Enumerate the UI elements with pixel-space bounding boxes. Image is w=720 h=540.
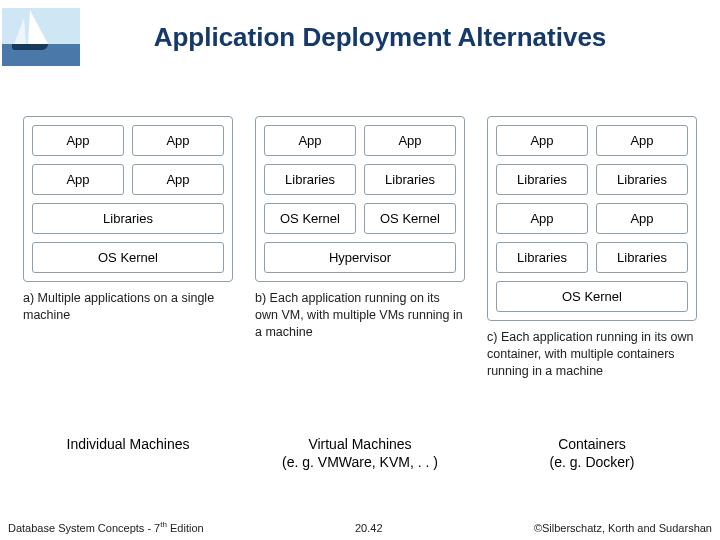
box-app: App xyxy=(132,164,224,195)
box-libraries: Libraries xyxy=(596,242,688,273)
subtitle-c-line1: Containers xyxy=(558,436,626,452)
box-app: App xyxy=(32,125,124,156)
footer: Database System Concepts - 7th Edition 2… xyxy=(0,520,720,534)
footer-mid: 20.42 xyxy=(204,522,534,534)
caption-c: c) Each application running in its own c… xyxy=(487,329,697,380)
diagrams-area: App App App App Libraries OS Kernel a) M… xyxy=(0,66,720,390)
box-kernel: OS Kernel xyxy=(32,242,224,273)
box-kernel: OS Kernel xyxy=(264,203,356,234)
subtitles-row: Individual Machines Virtual Machines (e.… xyxy=(0,390,720,471)
col-b: App App Libraries Libraries OS Kernel OS… xyxy=(255,116,465,380)
footer-left-pre: Database System Concepts - 7 xyxy=(8,522,160,534)
footer-left-sup: th xyxy=(160,520,167,529)
box-libraries: Libraries xyxy=(364,164,456,195)
footer-right: ©Silberschatz, Korth and Sudarshan xyxy=(534,522,712,534)
box-libraries: Libraries xyxy=(496,164,588,195)
subtitle-c: Containers (e. g. Docker) xyxy=(487,435,697,471)
card-c: App App Libraries Libraries App App Libr… xyxy=(487,116,697,321)
box-libraries: Libraries xyxy=(496,242,588,273)
box-app: App xyxy=(264,125,356,156)
box-app: App xyxy=(596,125,688,156)
box-hypervisor: Hypervisor xyxy=(264,242,456,273)
box-app: App xyxy=(496,203,588,234)
header: Application Deployment Alternatives xyxy=(0,0,720,66)
card-a: App App App App Libraries OS Kernel xyxy=(23,116,233,282)
box-app: App xyxy=(132,125,224,156)
box-libraries: Libraries xyxy=(596,164,688,195)
slide-title: Application Deployment Alternatives xyxy=(80,22,720,53)
caption-b: b) Each application running on its own V… xyxy=(255,290,465,341)
footer-left: Database System Concepts - 7th Edition xyxy=(8,520,204,534)
subtitle-b-line1: Virtual Machines xyxy=(308,436,411,452)
box-app: App xyxy=(364,125,456,156)
subtitle-b: Virtual Machines (e. g. VMWare, KVM, . .… xyxy=(255,435,465,471)
box-kernel: OS Kernel xyxy=(364,203,456,234)
sailboat-logo xyxy=(2,8,80,66)
subtitle-c-line2: (e. g. Docker) xyxy=(550,454,635,470)
box-app: App xyxy=(596,203,688,234)
subtitle-b-line2: (e. g. VMWare, KVM, . . ) xyxy=(282,454,438,470)
box-kernel: OS Kernel xyxy=(496,281,688,312)
col-a: App App App App Libraries OS Kernel a) M… xyxy=(23,116,233,380)
box-libraries: Libraries xyxy=(32,203,224,234)
footer-left-post: Edition xyxy=(167,522,204,534)
box-libraries: Libraries xyxy=(264,164,356,195)
card-b: App App Libraries Libraries OS Kernel OS… xyxy=(255,116,465,282)
col-c: App App Libraries Libraries App App Libr… xyxy=(487,116,697,380)
subtitle-a: Individual Machines xyxy=(23,435,233,471)
caption-a: a) Multiple applications on a single mac… xyxy=(23,290,233,324)
box-app: App xyxy=(32,164,124,195)
box-app: App xyxy=(496,125,588,156)
